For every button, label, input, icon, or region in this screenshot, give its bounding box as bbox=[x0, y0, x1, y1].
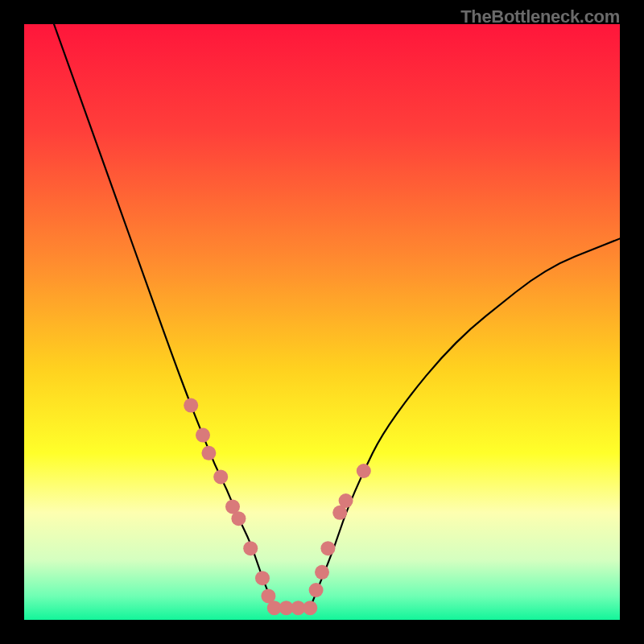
marker-point bbox=[201, 446, 216, 460]
marker-point bbox=[357, 464, 371, 478]
marker-point bbox=[315, 565, 329, 580]
marker-point bbox=[339, 493, 353, 508]
marker-point bbox=[309, 583, 324, 597]
chart-svg bbox=[24, 24, 620, 620]
marker-point bbox=[303, 601, 317, 615]
marker-point bbox=[184, 398, 198, 413]
gradient-background bbox=[24, 24, 620, 620]
marker-point bbox=[231, 511, 246, 526]
marker-point bbox=[243, 541, 258, 555]
marker-point bbox=[196, 428, 210, 443]
marker-point bbox=[320, 541, 335, 555]
marker-point bbox=[255, 571, 270, 585]
marker-point bbox=[213, 469, 228, 484]
plot-area bbox=[24, 24, 620, 620]
chart-container: TheBottleneck.com bbox=[0, 0, 644, 644]
